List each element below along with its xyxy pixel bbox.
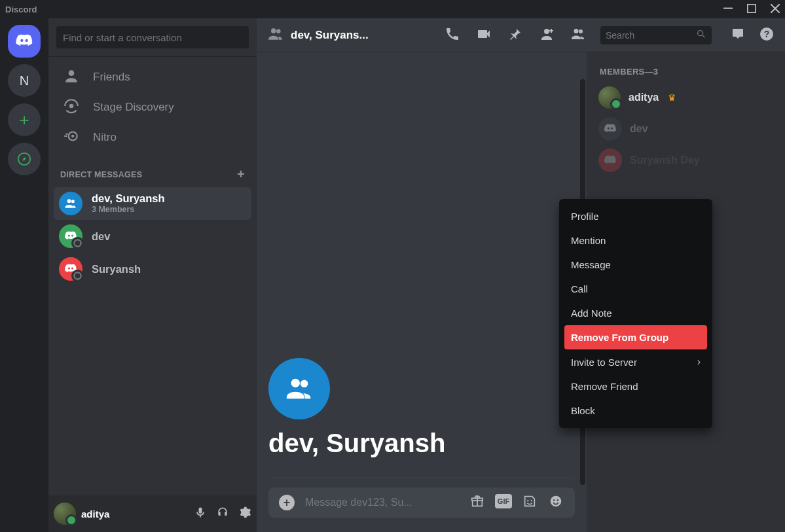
svg-point-11 <box>551 496 562 507</box>
svg-point-12 <box>553 499 555 501</box>
channel-name[interactable]: dev, Suryans... <box>291 29 369 42</box>
friends-icon <box>63 67 80 88</box>
group-icon <box>59 192 82 215</box>
dm-item-dev[interactable]: dev <box>54 220 251 253</box>
svg-point-6 <box>698 31 703 36</box>
dm-sidebar: Friends Stage Discovery Nitro DIRECT MES… <box>48 18 257 532</box>
member-dev[interactable]: dev <box>593 113 778 145</box>
ctx-message[interactable]: Message <box>564 253 707 277</box>
member-context-menu: Profile Mention Message Call Add Note Re… <box>559 199 712 428</box>
app-name: Discord <box>5 5 37 14</box>
inbox-icon[interactable] <box>730 26 746 44</box>
nav-friends[interactable]: Friends <box>54 62 251 92</box>
start-video-call-icon[interactable] <box>476 26 492 44</box>
explore-button[interactable] <box>8 143 41 175</box>
dm-item-suryansh[interactable]: Suryansh <box>54 253 251 285</box>
ctx-profile[interactable]: Profile <box>564 204 707 228</box>
titlebar: Discord <box>0 0 785 18</box>
dm-item-group[interactable]: dev, Suryansh 3 Members <box>54 187 251 220</box>
close-icon[interactable] <box>771 4 780 15</box>
svg-point-13 <box>557 499 558 501</box>
welcome-block: dev, Suryansh <box>257 358 587 470</box>
avatar <box>598 86 621 109</box>
create-dm-button[interactable]: + <box>237 167 245 182</box>
maximize-icon[interactable] <box>747 4 756 15</box>
svg-point-9 <box>527 500 528 501</box>
nav-nitro[interactable]: Nitro <box>54 122 251 152</box>
sticker-icon[interactable] <box>521 494 538 511</box>
dm-title: dev, Suryansh <box>92 192 165 205</box>
mute-mic-icon[interactable] <box>194 506 207 522</box>
main: dev, Suryans... Search ? <box>257 18 785 532</box>
chevron-right-icon: › <box>697 356 701 368</box>
svg-point-3 <box>69 103 74 108</box>
server-n[interactable]: N <box>8 64 41 97</box>
attach-button[interactable]: + <box>279 495 295 510</box>
self-avatar[interactable] <box>54 503 76 525</box>
svg-point-5 <box>71 134 74 137</box>
avatar <box>598 117 622 141</box>
svg-point-10 <box>531 500 532 501</box>
start-voice-call-icon[interactable] <box>445 26 460 44</box>
message-composer[interactable]: + Message dev123, Su... GIF <box>268 488 575 518</box>
crown-icon: ♛ <box>668 92 676 103</box>
gif-button[interactable]: GIF <box>495 494 512 508</box>
avatar <box>598 149 622 172</box>
avatar <box>59 257 82 281</box>
members-heading: MEMBERS—3 <box>593 67 778 82</box>
pinned-messages-icon[interactable] <box>507 26 523 44</box>
avatar <box>59 224 82 248</box>
search-icon <box>696 29 706 41</box>
composer-placeholder: Message dev123, Su... <box>305 497 458 508</box>
user-panel: aditya <box>48 495 257 532</box>
welcome-title: dev, Suryansh <box>268 429 587 458</box>
group-dm-icon <box>267 26 284 45</box>
dm-sub: 3 Members <box>92 205 165 214</box>
add-friends-icon[interactable] <box>539 26 555 44</box>
chat-area: dev, Suryansh + Message dev123, Su... GI… <box>257 52 587 532</box>
svg-text:?: ? <box>764 29 770 39</box>
server-list: N + <box>0 18 48 532</box>
minimize-icon[interactable] <box>723 4 733 15</box>
ctx-mention[interactable]: Mention <box>564 228 707 253</box>
home-button[interactable] <box>8 25 41 58</box>
conversation-search[interactable] <box>56 26 249 48</box>
self-username: aditya <box>81 508 109 520</box>
member-suryansh[interactable]: Suryansh Dey <box>593 145 778 176</box>
ctx-add-note[interactable]: Add Note <box>564 301 707 325</box>
settings-icon[interactable] <box>238 506 251 522</box>
svg-rect-0 <box>723 7 733 9</box>
divider <box>268 478 575 478</box>
welcome-avatar-icon <box>268 358 330 419</box>
gift-icon[interactable] <box>469 494 486 511</box>
nitro-icon <box>63 128 80 148</box>
svg-rect-1 <box>748 4 756 12</box>
nav-stage[interactable]: Stage Discovery <box>54 92 251 122</box>
ctx-remove-friend[interactable]: Remove Friend <box>564 374 707 399</box>
member-aditya[interactable]: aditya ♛ <box>593 82 778 113</box>
topbar: dev, Suryans... Search ? <box>257 18 785 52</box>
deafen-icon[interactable] <box>216 506 229 522</box>
ctx-remove-from-group[interactable]: Remove From Group <box>564 325 707 349</box>
ctx-call[interactable]: Call <box>564 277 707 301</box>
search-input[interactable]: Search <box>600 26 712 44</box>
dm-heading: DIRECT MESSAGES + <box>48 152 257 186</box>
show-member-list-icon[interactable] <box>570 26 586 44</box>
ctx-invite-to-server[interactable]: Invite to Server › <box>564 349 707 374</box>
help-icon[interactable]: ? <box>759 26 775 44</box>
ctx-block[interactable]: Block <box>564 399 707 423</box>
stage-icon <box>63 98 80 118</box>
add-server-button[interactable]: + <box>8 103 41 136</box>
emoji-icon[interactable] <box>547 494 564 511</box>
